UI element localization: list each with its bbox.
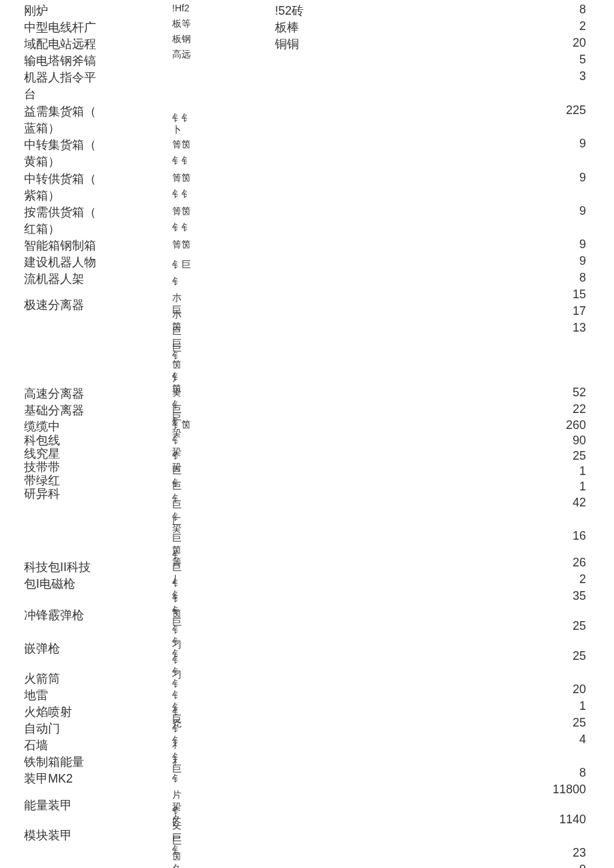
col-left-item: 装甲MK2 [24, 771, 97, 787]
col-left-item: 极速分离器 [24, 297, 97, 313]
col-left-item: 机器人指令平 [24, 69, 97, 85]
col-mid1-item: 钅钅 [172, 155, 192, 167]
col-mid1-item: 巨 [172, 342, 192, 354]
col-mid1-item: 钅 [172, 773, 192, 785]
col-right-item: 9 [579, 137, 586, 151]
col-left-item: 模块装甲 [24, 827, 97, 843]
col-mid2-item: 铜铜 [275, 36, 315, 52]
col-left-item: 石墙 [24, 737, 97, 753]
col-mid1-item: 高远 [172, 49, 192, 61]
col-right-item: 2 [579, 19, 586, 33]
col-right-item: 25 [573, 449, 586, 463]
col-left-item: 紫箱） [24, 187, 97, 203]
col-left-item: 流机器人架 [24, 271, 97, 287]
col-right-item: 9 [579, 204, 586, 218]
col-mid1-item: 钅巨 [172, 259, 192, 271]
col-left-item: 基础分离器 [24, 402, 97, 418]
col-left-item: 红箱） [24, 221, 97, 237]
col-right-item: 13 [573, 321, 586, 335]
col-right-item: 26 [573, 556, 586, 570]
col-right-item: 1 [579, 699, 586, 713]
col-right-item: 260 [566, 418, 586, 432]
col-mid1-item: 钅筃 [172, 419, 192, 431]
col-mid1-item: 板钢 [172, 33, 192, 45]
col-right-item: 4 [579, 733, 586, 747]
col-right-item: 35 [573, 589, 586, 603]
col-left-item: 冲锋霰弹枪 [24, 607, 97, 623]
col-right-item: 9 [579, 254, 586, 268]
col-right-item: 8 [579, 3, 586, 17]
col-mid1-item: 钅 [172, 549, 192, 561]
col-left-item: 按需供货箱（ [24, 204, 97, 220]
col-mid1-item: !Hf2 [172, 3, 192, 13]
col-left-item: 能量装甲 [24, 797, 97, 813]
col-left-item: 研异科 [24, 486, 97, 502]
col-left-item: 科技包II科技 [24, 559, 97, 575]
col-right-item: 1 [579, 480, 586, 494]
col-mid1-item: 氵 [172, 372, 192, 384]
col-left-item: 台 [24, 86, 97, 102]
col-right-item: 9 [579, 238, 586, 252]
col-right-item: 0 [579, 863, 586, 868]
col-right-item: 8 [579, 766, 586, 780]
col-left-item: 黄箱） [24, 153, 97, 169]
col-right-item: 3 [579, 69, 586, 83]
col-right-item: 17 [573, 304, 586, 318]
col-left-item: 铁制箱能量 [24, 754, 97, 770]
col-right-item: 5 [579, 53, 586, 67]
col-right-item: 23 [573, 846, 586, 860]
col-mid1-item: 钅钅卜 [172, 112, 192, 136]
col-mid2-item: 板棒 [275, 19, 315, 35]
col-left-item: 输电塔钢斧镐 [24, 53, 97, 69]
col-right-item: 15 [573, 288, 586, 302]
col-mid1-item: 礻 [172, 756, 192, 768]
col-mid1-item: 刁 [172, 669, 192, 681]
col-mid1-item: 板等 [172, 18, 192, 30]
col-mid1-item: 箐筃 [172, 239, 192, 251]
col-left-item: 智能箱钢制箱 [24, 238, 97, 254]
col-left-item: 益需集货箱（ [24, 103, 97, 119]
col-mid1-item: 钅钅 [172, 188, 192, 200]
col-mid1-item: 筃 夊 钅 [172, 851, 192, 868]
col-left-item: 火焰喷射 [24, 704, 97, 720]
col-right-item: 1140 [559, 813, 586, 827]
col-right-item: 8 [579, 271, 586, 285]
col-left-item: 中型电线杆广 [24, 19, 97, 35]
col-right-item: 1 [579, 464, 586, 478]
col-left-item: 火箭筒 [24, 671, 97, 687]
col-right-item: 22 [573, 402, 586, 416]
col-right-item: 20 [573, 36, 586, 50]
col-mid1-item: 箐筃 [172, 172, 192, 184]
col-mid1-item: 箐筃 [172, 205, 192, 218]
col-left-item: 高速分离器 [24, 386, 97, 402]
col-right-item: 16 [573, 529, 586, 543]
col-right-item: 11800 [553, 783, 586, 797]
col-left-item: 包I电磁枪 [24, 576, 97, 592]
col-left-item: 地雷 [24, 687, 97, 703]
col-right-item: 42 [573, 496, 586, 510]
col-left-item: 域配电站远程 [24, 36, 97, 52]
col-mid1-item: 匚 [172, 835, 192, 847]
col-right-item: 225 [566, 103, 586, 117]
col-left-item: 蓝箱） [24, 120, 97, 136]
col-mid1-item: 箐筃 [172, 139, 192, 151]
col-left-item: 自动门 [24, 721, 97, 737]
col-right-item: 90 [573, 434, 586, 448]
col-right-item: 25 [573, 716, 586, 730]
col-mid1-item: 筃 [172, 608, 192, 620]
col-left-item: 中转集货箱（ [24, 137, 97, 153]
col-mid1-item: 钅钅 [172, 222, 192, 234]
col-right-item: 52 [573, 386, 586, 400]
col-left-item: 嵌弹枪 [24, 640, 97, 657]
col-mid2-item: !52砖 [275, 3, 315, 19]
col-left-item: 刚炉 [24, 3, 97, 19]
col-right-item: 2 [579, 572, 586, 586]
page-container: 刚炉中型电线杆广域配电站远程输电塔钢斧镐机器人指令平台益需集货箱（蓝箱）中转集货… [0, 0, 614, 868]
col-mid1-item: 刁 [172, 639, 192, 651]
col-left-item: 建设机器人物 [24, 254, 97, 270]
col-right-item: 20 [573, 683, 586, 697]
col-mid1-item: 匚 [172, 516, 192, 528]
col-right-item: 25 [573, 649, 586, 663]
col-right-item: 25 [573, 619, 586, 633]
col-left-item: 中转供货箱（ [24, 171, 97, 187]
